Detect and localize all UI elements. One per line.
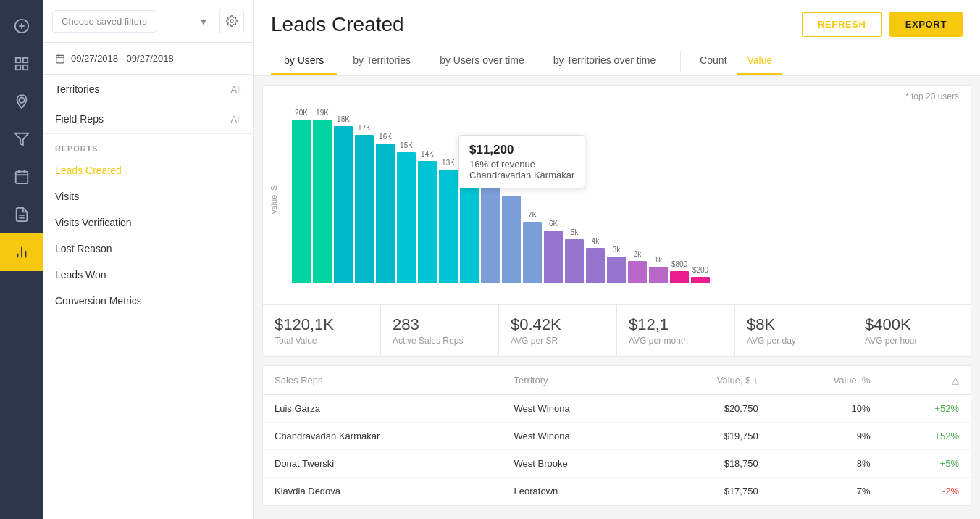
territories-value: All bbox=[231, 84, 241, 95]
bar[interactable] bbox=[502, 196, 521, 283]
bar[interactable] bbox=[565, 239, 584, 283]
bar-group[interactable]: 4k bbox=[586, 109, 605, 283]
calendar-icon-item[interactable] bbox=[0, 158, 43, 196]
bar-group[interactable]: 5k bbox=[565, 109, 584, 283]
cell-pct: 10% bbox=[770, 395, 882, 423]
bar[interactable] bbox=[292, 120, 311, 283]
bar-group[interactable]: 19K bbox=[313, 109, 332, 283]
bar[interactable] bbox=[397, 152, 416, 283]
y-axis-label: value, $ bbox=[269, 192, 278, 214]
report-item-leads-won[interactable]: Leads Won bbox=[43, 262, 253, 288]
bar-group[interactable]: 14K bbox=[418, 109, 437, 283]
bar-group[interactable]: $200 bbox=[691, 109, 710, 283]
metric-tab-count[interactable]: Count bbox=[690, 47, 737, 75]
svg-rect-9 bbox=[16, 172, 28, 184]
bar[interactable] bbox=[481, 187, 500, 283]
bar-label: 5k bbox=[565, 228, 584, 236]
tab-by-users[interactable]: by Users bbox=[271, 47, 337, 75]
bar-group[interactable]: 3k bbox=[607, 109, 626, 283]
bar-group[interactable]: 1k bbox=[649, 109, 668, 283]
report-item-leads-created[interactable]: Leads Created bbox=[43, 157, 253, 183]
bar[interactable] bbox=[691, 277, 710, 283]
report-item-visits-verification[interactable]: Visits Verification bbox=[43, 209, 253, 236]
bar-label: 13K bbox=[439, 159, 458, 167]
tab-by-territories[interactable]: by Territories bbox=[340, 47, 424, 75]
bar[interactable] bbox=[607, 257, 626, 283]
stat-value: 283 bbox=[393, 315, 487, 334]
stat-value: $12,1 bbox=[629, 315, 723, 334]
territories-filter-row[interactable]: Territories All bbox=[43, 75, 253, 104]
bar[interactable] bbox=[334, 126, 353, 283]
stat-value: $120,1K bbox=[275, 315, 369, 334]
bar[interactable] bbox=[418, 161, 437, 283]
refresh-button[interactable]: REFRESH bbox=[802, 12, 882, 37]
document-icon-item[interactable] bbox=[0, 196, 43, 233]
bar[interactable] bbox=[649, 267, 668, 283]
page-title: Leads Created bbox=[271, 13, 404, 36]
svg-rect-5 bbox=[16, 65, 20, 70]
bar-group[interactable]: 12K bbox=[460, 109, 479, 283]
report-item-conversion-metrics[interactable]: Conversion Metrics bbox=[43, 288, 253, 314]
bar[interactable] bbox=[376, 144, 395, 283]
dashboard-icon-item[interactable] bbox=[0, 45, 43, 83]
report-item-visits[interactable]: Visits bbox=[43, 183, 253, 209]
field-reps-value: All bbox=[231, 114, 241, 125]
filter-icon-item[interactable] bbox=[0, 120, 43, 158]
bar[interactable] bbox=[670, 271, 689, 283]
bar[interactable] bbox=[544, 231, 563, 283]
bar-group[interactable]: 2k bbox=[628, 109, 647, 283]
icon-bar bbox=[0, 0, 43, 519]
date-range-row: 09/27/2018 - 09/27/2018 bbox=[43, 43, 253, 75]
cell-value: $19,750 bbox=[650, 423, 770, 450]
bar-label: 20K bbox=[292, 109, 311, 117]
cell-sales-rep: Klavdia Dedova bbox=[263, 478, 503, 505]
bar[interactable] bbox=[460, 178, 479, 283]
bar-group[interactable]: 15K bbox=[397, 109, 416, 283]
tab-divider bbox=[680, 51, 681, 72]
tab-by-territories-over-time[interactable]: by Territories over time bbox=[540, 47, 669, 75]
bar-label: 7K bbox=[523, 211, 542, 219]
bar-group[interactable]: 13K bbox=[439, 109, 458, 283]
svg-marker-8 bbox=[15, 133, 28, 146]
stat-label: AVG per hour bbox=[865, 336, 959, 346]
bar[interactable] bbox=[586, 248, 605, 283]
metric-tab-value[interactable]: Value bbox=[737, 47, 783, 75]
bar-group[interactable]: 18K bbox=[334, 109, 353, 283]
bar[interactable] bbox=[313, 120, 332, 283]
stat-item: $400KAVG per hour bbox=[853, 305, 971, 356]
bar-group[interactable]: 17K bbox=[355, 109, 374, 283]
field-reps-filter-row[interactable]: Field Reps All bbox=[43, 104, 253, 134]
bar-group[interactable]: $800 bbox=[670, 109, 689, 283]
location-icon-item[interactable] bbox=[0, 83, 43, 120]
tab-by-users-over-time[interactable]: by Users over time bbox=[427, 47, 537, 75]
bar-chart: value, $ 20K19K18K17K16K15K14K13K12K11K$… bbox=[263, 101, 971, 304]
gear-button[interactable] bbox=[219, 9, 244, 33]
export-button[interactable]: EXPORT bbox=[889, 12, 963, 37]
bar[interactable] bbox=[523, 222, 542, 283]
field-reps-label: Field Reps bbox=[55, 113, 104, 125]
cell-delta: +52% bbox=[882, 395, 971, 423]
bar-group[interactable]: 11K bbox=[481, 109, 500, 283]
chart-icon-item[interactable] bbox=[0, 233, 43, 271]
bar[interactable] bbox=[628, 261, 647, 283]
bar[interactable] bbox=[355, 135, 374, 283]
select-arrow-icon: ▾ bbox=[201, 14, 206, 28]
chart-section: * top 20 users value, $ 20K19K18K17K16K1… bbox=[262, 85, 971, 357]
col-territory: Territory bbox=[503, 366, 650, 395]
bar-group[interactable]: 16K bbox=[376, 109, 395, 283]
saved-filter-select[interactable]: Choose saved filters bbox=[52, 10, 156, 33]
bar-label: 15K bbox=[397, 141, 416, 149]
bar-group[interactable]: $11,20016% of revenueChandravadan Karmak… bbox=[502, 109, 521, 283]
bar-group[interactable]: 20K bbox=[292, 109, 311, 283]
add-icon-item[interactable] bbox=[0, 7, 43, 45]
bar-group[interactable]: 7K bbox=[523, 109, 542, 283]
bar-label: 4k bbox=[586, 237, 605, 245]
report-item-lost-reason[interactable]: Lost Reason bbox=[43, 236, 253, 262]
bar-label: 16K bbox=[376, 133, 395, 141]
bar-label: 6K bbox=[544, 220, 563, 228]
bar[interactable] bbox=[439, 170, 458, 283]
cell-delta: -2% bbox=[882, 478, 971, 505]
table-row: Klavdia Dedova Leoratown $17,750 7% -2% bbox=[263, 478, 971, 505]
bar-label: 14K bbox=[418, 150, 437, 158]
bar-group[interactable]: 6K bbox=[544, 109, 563, 283]
